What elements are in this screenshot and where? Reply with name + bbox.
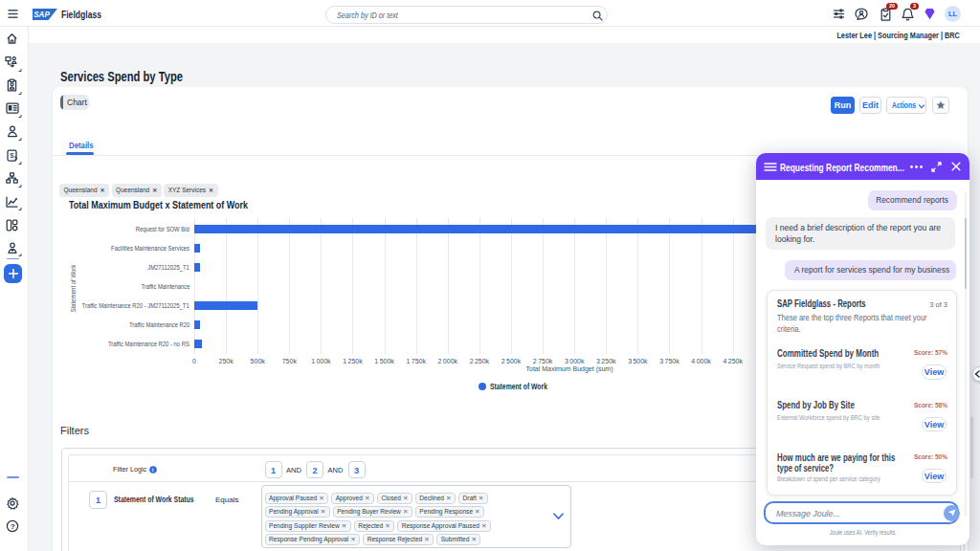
svg-text:?: ? — [11, 522, 15, 531]
svg-text:SAP: SAP — [33, 10, 50, 19]
svg-text:$: $ — [10, 151, 14, 160]
